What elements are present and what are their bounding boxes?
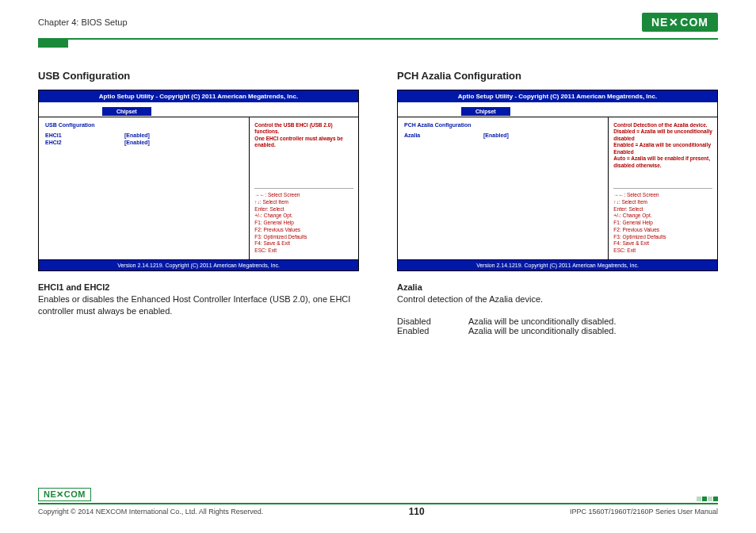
bios-title-bar: Aptio Setup Utility - Copyright (C) 2011…	[39, 90, 358, 102]
bios-key-help: →←: Select Screen ↑↓: Select Item Enter:…	[613, 188, 712, 255]
bios-section-heading: USB Configuration	[45, 122, 242, 128]
bios-option-row: EHCI1 [Enabled]	[45, 132, 242, 138]
bios-help-description: Control the USB EHCI (USB 2.0) functions…	[254, 122, 353, 149]
copyright-text: Copyright © 2014 NEXCOM International Co…	[38, 508, 263, 516]
bios-option-value: [Enabled]	[483, 132, 509, 138]
page-header: Chapter 4: BIOS Setup NE✕COM	[0, 0, 756, 36]
bios-option-value: [Enabled]	[124, 140, 150, 145]
bios-help-description: Control Detection of the Azalia device. …	[613, 122, 712, 169]
company-logo: NE✕COM	[642, 13, 718, 32]
footer-decoration-icon	[697, 497, 718, 501]
bios-option-label: EHCI2	[45, 140, 124, 145]
bios-key-help: →←: Select Screen ↑↓: Select Item Enter:…	[254, 188, 353, 255]
bios-version-footer: Version 2.14.1219. Copyright (C) 2011 Am…	[398, 260, 717, 270]
bios-chipset-tab: Chipset	[461, 107, 510, 116]
azalia-config-title: PCH Azalia Configuration	[397, 70, 718, 82]
chapter-label: Chapter 4: BIOS Setup	[38, 17, 128, 27]
header-accent-tab	[38, 40, 68, 48]
azalia-desc-text: Control detection of the Azalia device.	[397, 293, 718, 305]
bios-tab-row: Chipset	[398, 102, 717, 117]
bios-screenshot-usb: Aptio Setup Utility - Copyright (C) 2011…	[38, 90, 359, 271]
bios-body: PCH Azalia Configuration Azalia [Enabled…	[398, 117, 717, 260]
option-value: Azalia will be unconditionally disabled.	[468, 316, 617, 326]
header-rule	[38, 38, 718, 40]
right-column: PCH Azalia Configuration Aptio Setup Uti…	[397, 70, 718, 336]
usb-config-title: USB Configuration	[38, 70, 359, 82]
footer-rule	[38, 503, 718, 504]
bios-section-heading: PCH Azalia Configuration	[404, 122, 601, 128]
bios-version-footer: Version 2.14.1219. Copyright (C) 2011 Am…	[39, 260, 358, 270]
ehci-desc-heading: EHCI1 and EHCI2	[38, 282, 359, 292]
footer-row: Copyright © 2014 NEXCOM International Co…	[38, 506, 718, 517]
manual-title: IPPC 1560T/1960T/2160P Series User Manua…	[570, 508, 718, 516]
azalia-options-table: Disabled Azalia will be unconditionally …	[397, 316, 718, 336]
bios-option-row: EHCI2 [Enabled]	[45, 140, 242, 145]
bios-option-row: Azalia [Enabled]	[404, 132, 601, 138]
bios-screenshot-azalia: Aptio Setup Utility - Copyright (C) 2011…	[397, 90, 718, 271]
bios-right-pane: Control the USB EHCI (USB 2.0) functions…	[250, 117, 358, 259]
azalia-desc-heading: Azalia	[397, 282, 718, 292]
bios-chipset-tab: Chipset	[102, 107, 151, 116]
ehci-desc-text: Enables or disables the Enhanced Host Co…	[38, 293, 359, 318]
option-key: Enabled	[397, 326, 468, 336]
bios-right-pane: Control Detection of the Azalia device. …	[609, 117, 717, 259]
footer-logo: NE✕COM	[38, 488, 91, 501]
bios-body: USB Configuration EHCI1 [Enabled] EHCI2 …	[39, 117, 358, 260]
table-row: Enabled Azalia will be unconditionally d…	[397, 326, 718, 336]
page-footer: NE✕COM Copyright © 2014 NEXCOM Internati…	[38, 488, 718, 517]
bios-title-bar: Aptio Setup Utility - Copyright (C) 2011…	[398, 90, 717, 102]
bios-left-pane: PCH Azalia Configuration Azalia [Enabled…	[398, 117, 609, 259]
page-number: 110	[409, 506, 425, 517]
content-row: USB Configuration Aptio Setup Utility - …	[0, 48, 756, 336]
left-column: USB Configuration Aptio Setup Utility - …	[38, 70, 359, 336]
bios-option-label: Azalia	[404, 132, 483, 138]
bios-option-label: EHCI1	[45, 132, 124, 138]
bios-left-pane: USB Configuration EHCI1 [Enabled] EHCI2 …	[39, 117, 250, 259]
bios-tab-row: Chipset	[39, 102, 358, 117]
table-row: Disabled Azalia will be unconditionally …	[397, 316, 718, 326]
option-key: Disabled	[397, 316, 468, 326]
bios-option-value: [Enabled]	[124, 132, 150, 138]
option-value: Azalia will be unconditionally disabled.	[468, 326, 617, 336]
